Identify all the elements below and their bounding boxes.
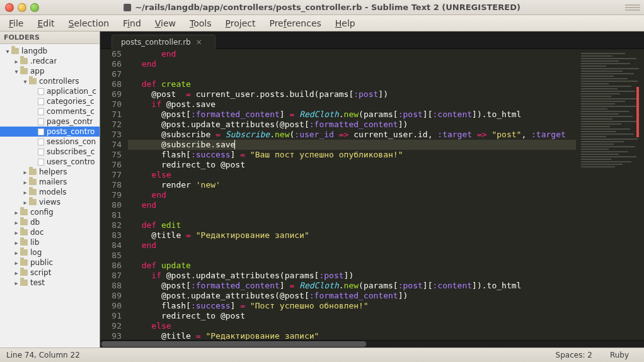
tab-posts-controller[interactable]: posts_controller.rb ×	[112, 35, 216, 49]
line-number[interactable]: 90	[100, 301, 122, 311]
tree-file[interactable]: users_contro	[0, 157, 100, 167]
code-line[interactable]: @subscribe.save	[128, 140, 576, 150]
menu-selection[interactable]: Selection	[62, 16, 116, 30]
code-line[interactable]: if @post.save	[128, 99, 576, 110]
tree-file[interactable]: posts_contro	[0, 127, 100, 137]
tree-file[interactable]: subscribes_c	[0, 147, 100, 157]
line-number[interactable]: 74	[100, 140, 122, 150]
code-line[interactable]: @post = current_user.posts.build(params[…	[128, 89, 576, 99]
code-line[interactable]: redirect_to @post	[128, 311, 576, 321]
line-number[interactable]: 69	[100, 89, 122, 99]
disclosure-triangle-icon[interactable]: ▸	[13, 229, 20, 236]
close-window-button[interactable]	[5, 3, 14, 12]
line-number[interactable]: 82	[100, 220, 122, 230]
status-syntax[interactable]: Ruby	[601, 351, 638, 359]
line-number[interactable]: 87	[100, 271, 122, 281]
tree-folder[interactable]: ▾controllers	[0, 76, 100, 86]
code-line[interactable]: end	[128, 49, 576, 59]
tree-folder[interactable]: ▸lib	[0, 237, 100, 247]
code-line[interactable]	[128, 210, 576, 220]
disclosure-triangle-icon[interactable]: ▸	[13, 239, 20, 246]
scrollbar-thumb[interactable]	[101, 341, 366, 347]
line-number[interactable]: 79	[100, 190, 122, 200]
line-number[interactable]: 91	[100, 311, 122, 321]
menu-preferences[interactable]: Preferences	[263, 16, 327, 30]
menu-find[interactable]: Find	[117, 16, 147, 30]
line-number[interactable]: 80	[100, 200, 122, 210]
disclosure-triangle-icon[interactable]: ▸	[21, 189, 29, 196]
line-number[interactable]: 68	[100, 79, 122, 89]
disclosure-triangle-icon[interactable]: ▸	[13, 259, 20, 266]
line-number[interactable]: 88	[100, 281, 122, 291]
line-number[interactable]: 81	[100, 210, 122, 220]
code-line[interactable]: else	[128, 170, 576, 180]
line-number[interactable]: 86	[100, 261, 122, 271]
disclosure-triangle-icon[interactable]: ▸	[13, 58, 20, 65]
tree-file[interactable]: categories_c	[0, 96, 100, 106]
code-line[interactable]: flash[:success] = "Пост успешно обновлен…	[128, 301, 576, 311]
line-number[interactable]: 70	[100, 99, 122, 110]
line-number-gutter[interactable]: 6566676869707172737475767778798081828384…	[100, 49, 128, 340]
line-number[interactable]: 93	[100, 331, 122, 340]
minimap[interactable]	[576, 49, 644, 340]
code-line[interactable]: @post.update_attributes(@post[:formatted…	[128, 291, 576, 301]
tree-folder[interactable]: ▸test	[0, 278, 100, 288]
menu-project[interactable]: Project	[219, 16, 262, 30]
code-line[interactable]: @post[:formatted_content] = RedCloth.new…	[128, 281, 576, 291]
code-line[interactable]: end	[128, 59, 576, 69]
line-number[interactable]: 92	[100, 321, 122, 331]
tree-folder[interactable]: ▾app	[0, 66, 100, 76]
line-number[interactable]: 65	[100, 49, 122, 59]
disclosure-triangle-icon[interactable]: ▾	[4, 48, 11, 55]
tree-file[interactable]: pages_contr	[0, 116, 100, 127]
menu-view[interactable]: View	[149, 16, 182, 30]
tree-folder[interactable]: ▸helpers	[0, 167, 100, 177]
code-line[interactable]: @title = "Редактирование записи"	[128, 331, 576, 340]
line-number[interactable]: 66	[100, 59, 122, 69]
tree-folder[interactable]: ▸doc	[0, 227, 100, 237]
maximize-window-button[interactable]	[30, 3, 39, 12]
tree-folder[interactable]: ▾langdb	[0, 46, 100, 56]
code-line[interactable]: redirect_to @post	[128, 160, 576, 170]
code-line[interactable]: else	[128, 321, 576, 331]
code-line[interactable]: def edit	[128, 220, 576, 230]
menu-file[interactable]: File	[3, 16, 30, 30]
line-number[interactable]: 84	[100, 240, 122, 251]
code-line[interactable]: @post[:formatted_content] = RedCloth.new…	[128, 110, 576, 120]
menu-tools[interactable]: Tools	[183, 16, 218, 30]
line-number[interactable]: 67	[100, 69, 122, 79]
code-line[interactable]: def update	[128, 261, 576, 271]
code-line[interactable]: end	[128, 190, 576, 200]
tree-folder[interactable]: ▸config	[0, 207, 100, 217]
line-number[interactable]: 75	[100, 150, 122, 160]
code-line[interactable]: flash[:success] = "Ваш пост успешно опуб…	[128, 150, 576, 160]
minimize-window-button[interactable]	[18, 3, 26, 12]
code-editor[interactable]: end end def create @post = current_user.…	[128, 49, 576, 340]
disclosure-triangle-icon[interactable]: ▸	[13, 280, 20, 286]
disclosure-triangle-icon[interactable]: ▸	[21, 179, 29, 186]
tab-close-icon[interactable]: ×	[196, 38, 202, 47]
line-number[interactable]: 83	[100, 230, 122, 240]
tree-file[interactable]: application_c	[0, 86, 100, 96]
tree-folder[interactable]: ▸db	[0, 217, 100, 227]
disclosure-triangle-icon[interactable]: ▸	[13, 269, 20, 276]
menu-edit[interactable]: Edit	[31, 16, 60, 30]
line-number[interactable]: 72	[100, 120, 122, 130]
code-line[interactable]: end	[128, 200, 576, 210]
disclosure-triangle-icon[interactable]: ▾	[13, 68, 20, 75]
line-number[interactable]: 76	[100, 160, 122, 170]
code-line[interactable]: end	[128, 240, 576, 251]
code-line[interactable]: render 'new'	[128, 180, 576, 190]
tree-folder[interactable]: ▸public	[0, 257, 100, 268]
folder-tree[interactable]: ▾langdb▸.redcar▾app▾controllersapplicati…	[0, 44, 100, 348]
tree-folder[interactable]: ▸.redcar	[0, 56, 100, 66]
disclosure-triangle-icon[interactable]: ▸	[13, 219, 20, 226]
disclosure-triangle-icon[interactable]: ▸	[13, 209, 20, 216]
horizontal-scrollbar[interactable]	[100, 340, 644, 348]
tree-folder[interactable]: ▸script	[0, 268, 100, 278]
code-line[interactable]: @title = "Редактирование записи"	[128, 230, 576, 240]
line-number[interactable]: 71	[100, 110, 122, 120]
code-line[interactable]	[128, 69, 576, 79]
line-number[interactable]: 77	[100, 170, 122, 180]
code-line[interactable]: def create	[128, 79, 576, 89]
